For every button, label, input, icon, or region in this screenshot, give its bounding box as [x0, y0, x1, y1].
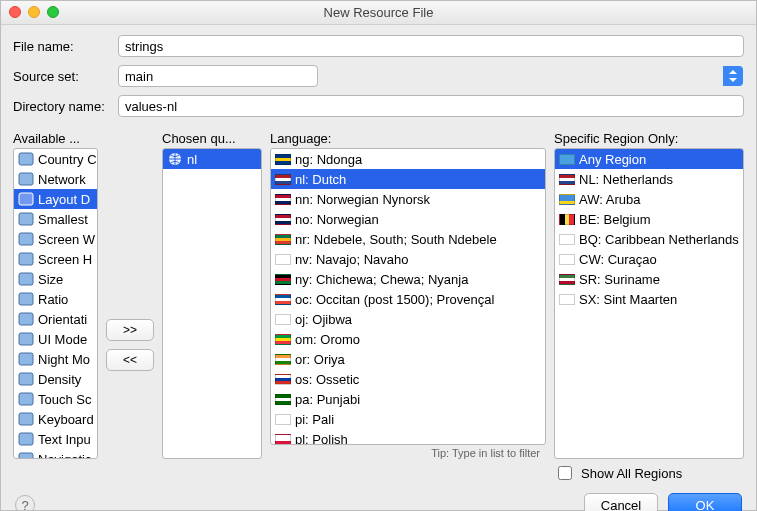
list-item[interactable]: pa: Punjabi	[271, 389, 545, 409]
list-item-label: Touch Sc	[38, 392, 91, 407]
list-item[interactable]: nl	[163, 149, 261, 169]
list-item[interactable]: pi: Pali	[271, 409, 545, 429]
list-item-label: oj: Ojibwa	[295, 312, 352, 327]
list-item[interactable]: nn: Norwegian Nynorsk	[271, 189, 545, 209]
list-item[interactable]: Keyboard	[14, 409, 97, 429]
country-code-icon	[18, 152, 34, 166]
list-item[interactable]: Ratio	[14, 289, 97, 309]
night-mode-icon	[18, 352, 34, 366]
source-set-dropdown[interactable]	[118, 65, 744, 87]
list-item[interactable]: nl: Dutch	[271, 169, 545, 189]
list-item[interactable]: Text Inpu	[14, 429, 97, 449]
body-area: Available ... Country CNetworkLayout DSm…	[1, 131, 756, 459]
list-item[interactable]: UI Mode	[14, 329, 97, 349]
flag-icon	[275, 334, 291, 345]
flag-icon	[275, 154, 291, 165]
list-item-label: Screen W	[38, 232, 95, 247]
list-item-label: Night Mo	[38, 352, 90, 367]
flag-icon	[559, 234, 575, 245]
list-item-label: nn: Norwegian Nynorsk	[295, 192, 430, 207]
window-controls	[9, 6, 59, 18]
list-item[interactable]: Density	[14, 369, 97, 389]
list-item[interactable]: CW: Curaçao	[555, 249, 743, 269]
list-item[interactable]: or: Oriya	[271, 349, 545, 369]
zoom-icon[interactable]	[47, 6, 59, 18]
minimize-icon[interactable]	[28, 6, 40, 18]
chosen-label: Chosen qu...	[162, 131, 262, 146]
list-item[interactable]: nv: Navajo; Navaho	[271, 249, 545, 269]
list-item[interactable]: AW: Aruba	[555, 189, 743, 209]
ok-button[interactable]: OK	[668, 493, 742, 511]
svg-rect-12	[19, 393, 33, 405]
help-button[interactable]: ?	[15, 495, 35, 511]
list-item[interactable]: Network	[14, 169, 97, 189]
list-item-label: nl	[187, 152, 197, 167]
region-column: Specific Region Only: Any RegionNL: Neth…	[554, 131, 744, 459]
list-item[interactable]: no: Norwegian	[271, 209, 545, 229]
list-item-label: pi: Pali	[295, 412, 334, 427]
flag-icon	[559, 174, 575, 185]
list-item[interactable]: Screen W	[14, 229, 97, 249]
list-item[interactable]: oc: Occitan (post 1500); Provençal	[271, 289, 545, 309]
chevron-updown-icon[interactable]	[723, 66, 743, 86]
list-item[interactable]: os: Ossetic	[271, 369, 545, 389]
chosen-list[interactable]: nl	[162, 148, 262, 459]
directory-name-input[interactable]	[118, 95, 744, 117]
list-item-label: AW: Aruba	[579, 192, 640, 207]
screen-width-icon	[18, 232, 34, 246]
flag-icon	[559, 154, 575, 165]
list-item-label: UI Mode	[38, 332, 87, 347]
show-all-regions-checkbox[interactable]	[558, 466, 572, 480]
list-item[interactable]: oj: Ojibwa	[271, 309, 545, 329]
list-item[interactable]: SR: Suriname	[555, 269, 743, 289]
list-item[interactable]: nr: Ndebele, South; South Ndebele	[271, 229, 545, 249]
available-list[interactable]: Country CNetworkLayout DSmallestScreen W…	[13, 148, 98, 459]
list-item-label: BE: Belgium	[579, 212, 651, 227]
source-set-value[interactable]	[118, 65, 318, 87]
svg-rect-2	[19, 193, 33, 205]
list-item[interactable]: Touch Sc	[14, 389, 97, 409]
list-item[interactable]: Orientati	[14, 309, 97, 329]
flag-icon	[275, 414, 291, 425]
language-hint: Tip: Type in list to filter	[270, 445, 546, 459]
list-item[interactable]: NL: Netherlands	[555, 169, 743, 189]
list-item[interactable]: Country C	[14, 149, 97, 169]
list-item-label: nr: Ndebele, South; South Ndebele	[295, 232, 497, 247]
list-item[interactable]: pl: Polish	[271, 429, 545, 445]
list-item[interactable]: ng: Ndonga	[271, 149, 545, 169]
svg-rect-6	[19, 273, 33, 285]
list-item-label: ng: Ndonga	[295, 152, 362, 167]
remove-qualifier-button[interactable]: <<	[106, 349, 154, 371]
flag-icon	[275, 234, 291, 245]
file-name-input[interactable]	[118, 35, 744, 57]
list-item[interactable]: SX: Sint Maarten	[555, 289, 743, 309]
region-list[interactable]: Any RegionNL: NetherlandsAW: ArubaBE: Be…	[554, 148, 744, 459]
cancel-button[interactable]: Cancel	[584, 493, 658, 511]
close-icon[interactable]	[9, 6, 21, 18]
list-item[interactable]: Screen H	[14, 249, 97, 269]
flag-icon	[275, 174, 291, 185]
list-item[interactable]: om: Oromo	[271, 329, 545, 349]
flag-icon	[559, 274, 575, 285]
list-item[interactable]: ny: Chichewa; Chewa; Nyanja	[271, 269, 545, 289]
list-item[interactable]: Navigatic	[14, 449, 97, 459]
list-item[interactable]: Smallest	[14, 209, 97, 229]
flag-icon	[275, 214, 291, 225]
list-item[interactable]: Size	[14, 269, 97, 289]
list-item-label: Any Region	[579, 152, 646, 167]
list-item[interactable]: BQ: Caribbean Netherlands	[555, 229, 743, 249]
svg-rect-9	[19, 333, 33, 345]
add-label: >>	[123, 323, 137, 337]
list-item-label: Smallest	[38, 212, 88, 227]
list-item[interactable]: Layout D	[14, 189, 97, 209]
list-item[interactable]: Night Mo	[14, 349, 97, 369]
list-item-label: SX: Sint Maarten	[579, 292, 677, 307]
add-qualifier-button[interactable]: >>	[106, 319, 154, 341]
list-item[interactable]: BE: Belgium	[555, 209, 743, 229]
chosen-qualifiers-column: Chosen qu... nl	[162, 131, 262, 459]
list-item-label: pa: Punjabi	[295, 392, 360, 407]
show-all-regions-row[interactable]: Show All Regions	[554, 463, 744, 483]
language-list[interactable]: ng: Ndonganl: Dutchnn: Norwegian Nynorsk…	[270, 148, 546, 445]
list-item[interactable]: Any Region	[555, 149, 743, 169]
flag-icon	[275, 194, 291, 205]
